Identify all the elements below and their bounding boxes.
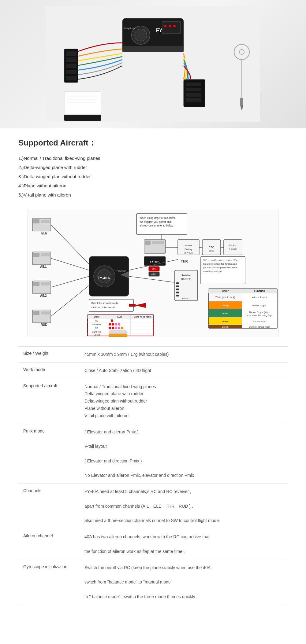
- svg-text:Switch channel input: Switch channel input: [249, 326, 271, 328]
- svg-text:second aileron input.: second aileron input.: [203, 270, 223, 273]
- spec-value: 40A has two aileron channels, work in wi…: [80, 529, 288, 560]
- svg-text:Battery: Battery: [185, 248, 192, 251]
- svg-point-131: [109, 327, 111, 329]
- svg-rect-16: [66, 76, 76, 80]
- spec-value: FY-40A need at least 5 channels;s RC and…: [80, 484, 288, 529]
- spec-label: Pmix mode: [18, 424, 80, 484]
- svg-text:Aileron 2 input (when: Aileron 2 input (when: [249, 311, 270, 314]
- list-item: 5.)V-tail plane with aileron: [18, 190, 288, 200]
- svg-rect-26: [240, 98, 243, 105]
- svg-rect-20: [186, 93, 201, 97]
- svg-rect-19: [186, 88, 201, 91]
- wiring-diagram-container: ELE AIL1 AIL2 RUD: [18, 209, 288, 337]
- svg-text:+5V: +5V: [152, 268, 156, 270]
- svg-text:Gyro need reset: Gyro need reset: [134, 315, 151, 318]
- svg-text:AIL1: AIL1: [40, 265, 47, 268]
- svg-rect-99: [176, 289, 179, 290]
- supported-title: Supported Aircraft：: [18, 138, 288, 148]
- svg-text:THR: THR: [181, 259, 188, 263]
- svg-text:ESC: ESC: [209, 246, 215, 249]
- spec-label: Channels: [18, 484, 80, 529]
- svg-rect-32: [64, 115, 101, 121]
- svg-rect-139: [208, 289, 277, 293]
- svg-text:We suggest you power on it: We suggest you power on it: [140, 220, 172, 223]
- specs-row: Gyroscope initializationSwitch the on/of…: [18, 560, 288, 605]
- svg-text:Elevator input: Elevator input: [252, 304, 267, 307]
- svg-text:Color: Color: [222, 289, 229, 293]
- svg-text:Orange: Orange: [221, 304, 229, 307]
- svg-text:FY-40A: FY-40A: [98, 276, 110, 280]
- supported-section: Supported Aircraft： 1.)Normal / Traditio…: [0, 128, 306, 614]
- svg-text:FASST: FASST: [182, 297, 190, 300]
- svg-point-126: [111, 319, 113, 322]
- svg-text:the front of the aircraft: the front of the aircraft: [91, 306, 115, 309]
- svg-text:your aircraft is using flap): your aircraft is using flap): [247, 314, 272, 317]
- specs-table: Size / Weight45mm x 30mm x 9mm / 17g (wi…: [18, 346, 288, 605]
- svg-point-129: [115, 323, 117, 326]
- svg-rect-67: [152, 241, 164, 244]
- specs-row: ChannelsFY-40A need at least 5 channels;…: [18, 484, 288, 529]
- svg-text:LED: LED: [118, 315, 122, 318]
- svg-rect-47: [33, 311, 39, 315]
- svg-text:Mixed: Mixed: [94, 333, 100, 336]
- svg-text:State: State: [94, 315, 99, 318]
- svg-point-135: [121, 327, 123, 329]
- svg-rect-14: [66, 64, 76, 68]
- spec-value: Close / Auto Stabilization / 3D flight: [80, 362, 288, 379]
- svg-text:you want to use it,please set : you want to use it,please set CH6 as: [203, 267, 238, 269]
- svg-rect-104: [89, 299, 133, 311]
- svg-text:无刷电机: 无刷电机: [229, 248, 237, 250]
- svg-text:Yellow: Yellow: [222, 320, 229, 323]
- svg-text:FeliyiTech: FeliyiTech: [117, 270, 126, 272]
- list-item: 2.)Delta-winged plane with rudder: [18, 163, 288, 172]
- specs-row: Aileron channel40A has two aileron chann…: [18, 529, 288, 560]
- svg-text:ELE: ELE: [41, 232, 47, 235]
- hero-image: FY-40A FeliyiTech: [0, 0, 306, 128]
- svg-rect-108: [129, 304, 136, 307]
- list-item: 1.)Normal / Traditional fixed-wing plane…: [18, 154, 288, 163]
- svg-rect-100: [176, 292, 179, 293]
- svg-rect-137: [109, 334, 127, 337]
- svg-text:Brown: Brown: [222, 326, 228, 328]
- svg-text:FeliyiTech: FeliyiTech: [124, 27, 135, 30]
- wiring-diagram: ELE AIL1 AIL2 RUD: [28, 209, 278, 337]
- svg-rect-101: [176, 295, 179, 296]
- svg-point-127: [109, 323, 111, 326]
- spec-label: Supported aircraft: [18, 379, 80, 424]
- product-image-svg: FY-40A FeliyiTech: [46, 6, 260, 122]
- specs-row: Supported aircraftNormal / Traditional f…: [18, 379, 288, 424]
- supported-list: 1.)Normal / Traditional fixed-wing plane…: [18, 154, 288, 200]
- svg-text:R617FS: R617FS: [181, 278, 191, 281]
- list-item: 3.)Delta-winged plan without rudder: [18, 172, 288, 181]
- svg-point-8: [169, 25, 171, 27]
- spec-label: Work mode: [18, 362, 80, 379]
- svg-rect-40: [41, 253, 50, 256]
- spec-value: ( Elevator and aileron Pmix )V-tail layo…: [80, 424, 288, 484]
- svg-text:Futaba: Futaba: [181, 274, 191, 277]
- svg-text:RUD: RUD: [41, 323, 47, 326]
- svg-rect-136: [109, 331, 127, 333]
- svg-text:Function: Function: [254, 289, 265, 293]
- svg-point-133: [115, 327, 117, 329]
- svg-point-132: [112, 327, 114, 329]
- svg-point-3: [135, 29, 147, 41]
- svg-rect-82: [224, 240, 242, 255]
- svg-text:Rudder input: Rudder input: [253, 320, 267, 323]
- svg-text:CH5 is used for switch channel: CH5 is used for switch channel. When: [203, 259, 239, 261]
- svg-text:3D: 3D: [95, 327, 98, 329]
- spec-label: Gyroscope initialization: [18, 560, 80, 605]
- svg-text:Green: Green: [222, 312, 229, 315]
- svg-rect-18: [186, 83, 201, 86]
- svg-text:Orient the arrow towards: Orient the arrow towards: [91, 302, 118, 304]
- svg-text:动力电池: 动力电池: [184, 252, 193, 254]
- svg-rect-66: [145, 241, 151, 245]
- svg-rect-13: [66, 57, 76, 62]
- svg-rect-10: [122, 46, 184, 52]
- svg-rect-97: [176, 282, 179, 284]
- spec-value: Normal / Traditional fixed-wing planesDe…: [80, 379, 288, 424]
- svg-rect-36: [41, 220, 50, 223]
- svg-text:RC: RC: [95, 319, 99, 322]
- specs-row: Pmix mode( Elevator and aileron Pmix )V-…: [18, 424, 288, 484]
- svg-rect-28: [64, 92, 101, 116]
- svg-text:电调: 电调: [209, 250, 214, 252]
